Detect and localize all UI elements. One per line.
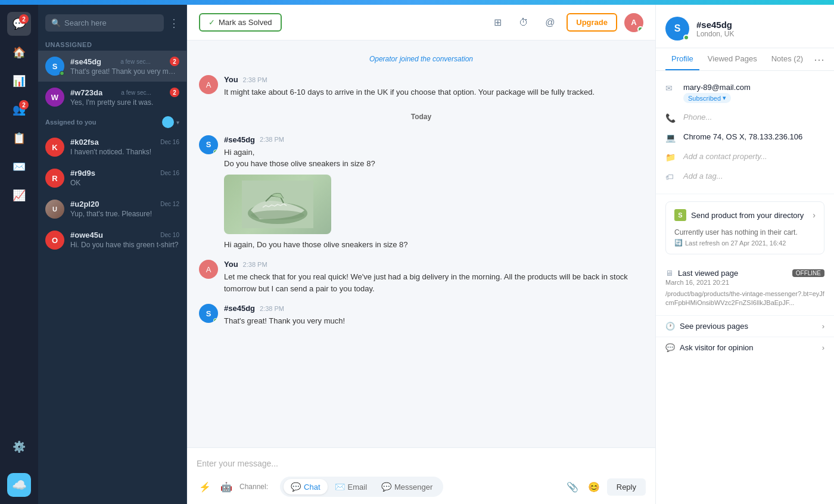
unassigned-label: Unassigned [38,36,186,51]
rp-phone-placeholder[interactable]: Phone... [683,113,824,122]
channel-tab-chat[interactable]: 💬 Chat [284,479,327,494]
tag-icon: 🏷 [665,172,677,182]
rp-tab-more-icon[interactable]: ⋯ [814,53,824,66]
nav-icon-settings[interactable]: ⚙️ [7,435,31,459]
nav-logo[interactable]: ☁️ [7,473,31,497]
avatar-r9d9s: R [45,169,64,188]
browser-icon: 💻 [665,133,677,142]
chat-header: ✓ Mark as Solved ⊞ ⏱ @ Upgrade A [187,5,655,41]
more-options-icon[interactable]: ⋮ [169,17,179,30]
nav-icon-home[interactable]: 🏠 [7,41,31,64]
last-viewed-section: 🖥 Last viewed page OFFLINE March 16, 202… [656,262,834,316]
lp-title: 🖥 Last viewed page [665,269,738,278]
channel-tab-messenger[interactable]: 💬 Messenger [374,479,440,494]
conv-time-se45dg: a few sec... [120,58,151,65]
ask-opinion-button[interactable]: 💬 Ask visitor for opinion › [656,337,834,358]
avatar-w723da: W [45,88,64,107]
conversation-item-owe45u[interactable]: O #owe45u Dec 10 Hi. Do you have this gr… [38,225,186,256]
rp-property-field: 📁 Add a contact property... [665,147,824,167]
conv-time-k02fsa: Dec 16 [160,139,179,145]
conv-time-w723da: a few sec... [121,89,151,96]
grid-icon[interactable]: ⊞ [488,13,507,32]
rp-tab-profile[interactable]: Profile [665,48,699,70]
bot-icon[interactable]: 🤖 [218,478,235,495]
message-row-4: S #se45dg 2:38 PM That's great! Thank yo… [199,304,643,327]
conv-info-k02fsa: #k02fsa Dec 16 I haven't noticed. Thanks… [70,138,179,156]
conv-info-se45dg: #se45dg a few sec... 2 That's great! Tha… [70,57,179,76]
msg-time-4: 2:38 PM [260,305,284,312]
conv-preview-u2pl20: Yup, that's true. Pleasure! [70,210,179,218]
lightning-icon[interactable]: ⚡ [197,478,213,495]
conv-header: 🔍 ⋮ [38,5,186,36]
send-product-body: Currently user has nothing in their cart… [666,228,824,254]
add-tag-label[interactable]: Add a tag... [683,172,824,181]
reports-icon: 📊 [13,74,26,88]
rp-browser-content: Chrome 74, OS X, 78.133.236.106 [683,132,824,141]
attachment-icon[interactable]: 📎 [564,478,581,495]
nav-icon-contacts[interactable]: 👥 2 [7,98,31,122]
app-wrapper: 💬 2 🏠 📊 👥 2 📋 ✉️ 📈 ⚙️ [0,0,834,504]
see-previous-button[interactable]: 🕐 See previous pages › [656,316,834,337]
msg-text-2: Hi again,Do you have those olive sneaker… [224,148,375,169]
conversation-item-k02fsa[interactable]: K #k02fsa Dec 16 I haven't noticed. Than… [38,132,186,163]
rp-location: London, UK [696,30,734,38]
lp-url: /product/bag/products/the-vintage-messen… [665,290,824,308]
channel-tab-email[interactable]: ✉️ Email [328,479,375,494]
conversation-item-se45dg[interactable]: S #se45dg a few sec... 2 That's great! T… [38,51,186,82]
search-icon: 🔍 [51,18,61,27]
message-input[interactable] [197,455,646,472]
conv-info-w723da: #w723da a few sec... 2 Yes, I'm pretty s… [70,88,179,107]
conv-name-r9d9s: #r9d9s [70,169,95,178]
mark-solved-button[interactable]: ✓ Mark as Solved [199,13,282,32]
emoji-icon[interactable]: 😊 [586,478,602,495]
message-row-1: A You 2:38 PM It might take about 6-10 d… [199,75,643,98]
top-bar [0,0,834,5]
msg-header-3: You 2:38 PM [224,260,643,269]
nav-icon-email[interactable]: ✉️ [7,155,31,179]
clock-icon[interactable]: ⏱ [514,13,533,32]
msg-header-1: You 2:38 PM [224,75,643,84]
reply-button[interactable]: Reply [607,478,646,496]
rp-phone-field: 📞 Phone... [665,108,824,127]
property-icon: 📁 [665,153,677,162]
user-avatar-header[interactable]: A [624,13,643,32]
clock-prev-icon: 🕐 [665,322,675,331]
customer-online-dot-4 [213,318,218,323]
msg-content-1: You 2:38 PM It might take about 6-10 day… [224,75,643,98]
conversation-item-w723da[interactable]: W #w723da a few sec... 2 Yes, I'm pretty… [38,82,186,113]
rp-tab-notes[interactable]: Notes (2) [765,48,809,70]
conversation-item-u2pl20[interactable]: U #u2pl20 Dec 12 Yup, that's true. Pleas… [38,194,186,225]
subscribed-tag[interactable]: Subscribed ▾ [683,93,731,103]
add-property-label[interactable]: Add a contact property... [683,152,824,161]
rp-avatar-letter: S [674,23,681,34]
mention-icon[interactable]: @ [540,13,559,32]
chat-area: ✓ Mark as Solved ⊞ ⏱ @ Upgrade A Operato… [187,5,655,504]
conv-name-se45dg: #se45dg [70,57,101,66]
send-product-card[interactable]: S Send product from your directory › Cur… [665,201,824,254]
conv-top-u2pl20: #u2pl20 Dec 12 [70,200,179,209]
chat-messages: Operator joined the conversation A You 2… [187,41,655,447]
conv-top-owe45u: #owe45u Dec 10 [70,231,179,239]
msg-content-2: #se45dg 2:38 PM Hi again,Do you have tho… [224,135,643,251]
rp-tab-viewed[interactable]: Viewed Pages [702,48,763,70]
settings-icon: ⚙️ [13,440,26,453]
send-product-header[interactable]: S Send product from your directory › [666,202,824,228]
send-product-arrow-icon: › [813,210,816,220]
nav-icon-contact-book[interactable]: 📋 [7,126,31,150]
dropdown-arrow-icon[interactable]: ▾ [176,119,179,126]
avatar-se45dg: S [45,57,64,76]
search-input[interactable] [64,18,158,27]
rp-contact-fields: ✉ mary-89@mail.com Subscribed ▾ 📞 Phone.… [656,71,834,194]
assigned-controls: ▾ [162,116,179,128]
conversation-item-r9d9s[interactable]: R #r9d9s Dec 16 OK [38,163,186,194]
upgrade-button[interactable]: Upgrade [567,13,617,32]
rp-browser-field: 💻 Chrome 74, OS X, 78.133.236.106 [665,127,824,147]
conv-name-w723da: #w723da [70,88,102,97]
unread-badge-se45dg: 2 [170,57,179,66]
search-box[interactable]: 🔍 [45,14,164,32]
msg-sender-1: You [224,75,238,84]
nav-icon-analytics[interactable]: 📈 [7,183,31,207]
system-message: Operator joined the conversation [199,52,643,66]
nav-icon-chat[interactable]: 💬 2 [7,12,31,36]
nav-icon-reports[interactable]: 📊 [7,69,31,93]
